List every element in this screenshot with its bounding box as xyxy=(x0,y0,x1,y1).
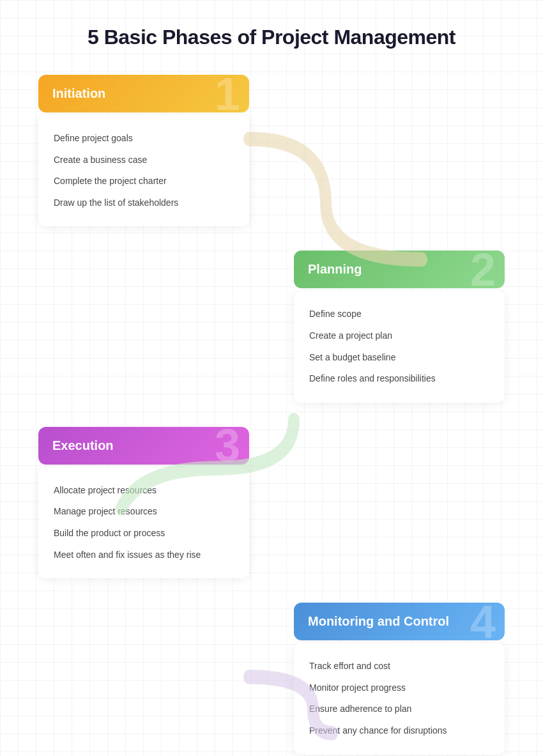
phase-initiation-content: Define project goals Create a business c… xyxy=(38,115,249,226)
list-item: Manage project resources xyxy=(54,501,234,523)
list-item: Define scope xyxy=(309,304,489,325)
list-item: Allocate project resources xyxy=(54,480,234,502)
list-item: Draw up the list of stakeholders xyxy=(54,192,234,214)
phase-initiation: Initiation 1 Define project goals Create… xyxy=(38,75,249,226)
list-item: Ensure adherence to plan xyxy=(309,698,489,720)
list-item: Prevent any chance for disruptions xyxy=(309,720,489,742)
list-item: Set a budget baseline xyxy=(309,347,489,369)
list-item: Meet often and fix issues as they rise xyxy=(54,544,234,566)
page-title: 5 Basic Phases of Project Management xyxy=(38,26,505,49)
list-item: Create a project plan xyxy=(309,325,489,347)
phase-execution: Execution 3 Allocate project resources M… xyxy=(38,427,249,578)
list-item: Build the product or process xyxy=(54,523,234,544)
phase-planning-title: Planning xyxy=(308,262,362,276)
list-item: Track effort and cost xyxy=(309,656,489,677)
phase-execution-header: Execution 3 xyxy=(38,427,249,465)
list-item: Monitor project progress xyxy=(309,677,489,699)
phase-initiation-number: 1 xyxy=(215,75,240,112)
phase-planning-header: Planning 2 xyxy=(294,251,505,288)
phase-planning: Planning 2 Define scope Create a project… xyxy=(294,251,505,402)
list-item: Complete the project charter xyxy=(54,171,234,192)
phase-planning-content: Define scope Create a project plan Set a… xyxy=(294,291,505,402)
phase-monitoring-title: Monitoring and Control xyxy=(308,614,449,628)
phase-initiation-header: Initiation 1 xyxy=(38,75,249,112)
phase-monitoring: Monitoring and Control 4 Track effort an… xyxy=(294,603,505,754)
phase-monitoring-number: 4 xyxy=(470,603,496,640)
list-item: Define roles and responsibilities xyxy=(309,368,489,390)
phase-execution-title: Execution xyxy=(52,438,114,452)
list-item: Create a business case xyxy=(54,150,234,171)
phase-monitoring-content: Track effort and cost Monitor project pr… xyxy=(294,643,505,754)
phase-execution-content: Allocate project resources Manage projec… xyxy=(38,467,249,578)
phases-container: Initiation 1 Define project goals Create… xyxy=(38,75,505,756)
list-item: Define project goals xyxy=(54,128,234,150)
phase-execution-number: 3 xyxy=(215,427,240,465)
phase-initiation-title: Initiation xyxy=(52,86,105,100)
phase-monitoring-header: Monitoring and Control 4 xyxy=(294,603,505,640)
phase-planning-number: 2 xyxy=(470,251,496,288)
